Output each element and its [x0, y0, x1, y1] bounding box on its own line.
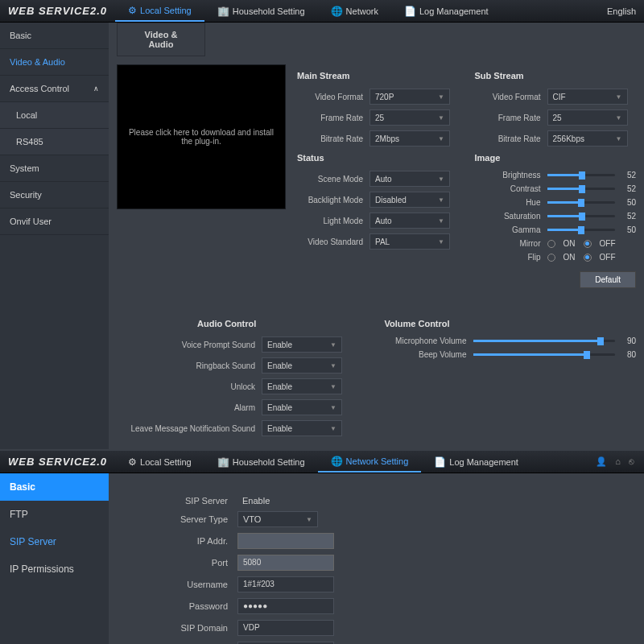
sidebar-item-rs485[interactable]: RS485	[0, 129, 109, 155]
sub-bitrate-select[interactable]: 256Kbps▼	[547, 130, 628, 147]
brightness-slider[interactable]	[547, 174, 616, 176]
flip-on-radio[interactable]	[547, 254, 555, 262]
nav-household-setting[interactable]: 🏢Household Setting	[204, 0, 318, 22]
video-preview[interactable]: Please click here to download and instal…	[117, 64, 286, 209]
sip-domain-label: SIP Domain	[141, 623, 237, 633]
mic-volume-slider[interactable]	[473, 340, 616, 342]
sidebar-item-access-control[interactable]: Access Control∧	[0, 76, 109, 102]
alarm-label: Alarm	[117, 403, 262, 412]
hue-slider[interactable]	[547, 201, 616, 204]
caret-down-icon: ▼	[616, 93, 622, 101]
nav2-local-setting[interactable]: ⚙Local Setting	[115, 451, 204, 473]
col-volume-control: Volume Control Microphone Volume90 Beep …	[385, 312, 637, 441]
sidebar2-ip-permissions[interactable]: IP Permissions	[0, 555, 109, 583]
nav-log-management[interactable]: 📄Log Management	[391, 0, 502, 22]
language-selector[interactable]: English	[599, 6, 644, 16]
nav2-network-setting[interactable]: 🌐Network Setting	[318, 451, 422, 473]
saturation-slider[interactable]	[547, 215, 616, 217]
voice-prompt-select[interactable]: Enable▼	[262, 336, 342, 353]
sidebar-item-onvif[interactable]: Onvif User	[0, 208, 109, 235]
main-video-format-select[interactable]: 720P▼	[369, 89, 450, 105]
logo: WEB SERVICE2.0	[0, 5, 115, 17]
ringback-label: Ringback Sound	[117, 361, 262, 370]
sidebar-2: Basic FTP SIP Server IP Permissions	[0, 473, 109, 644]
chevron-up-icon: ∧	[93, 85, 99, 93]
server-type-select[interactable]: VTO▼	[237, 511, 318, 527]
contrast-slider[interactable]	[547, 188, 616, 190]
caret-down-icon: ▼	[616, 114, 622, 122]
caret-down-icon: ▼	[438, 93, 444, 101]
sub-stream-title: Sub Stream	[475, 71, 637, 80]
content-1: Video & Audio Please click here to downl…	[109, 23, 644, 449]
sidebar-item-basic[interactable]: Basic	[0, 23, 109, 49]
ip-addr-input[interactable]	[237, 533, 334, 549]
building-icon: 🏢	[217, 456, 229, 468]
globe-icon: 🌐	[331, 456, 343, 467]
main-frame-rate-select[interactable]: 25▼	[369, 109, 450, 126]
nav2-log-management[interactable]: 📄Log Management	[421, 451, 531, 473]
sip-domain-input[interactable]: VDP	[237, 620, 334, 636]
image-title: Image	[475, 153, 637, 163]
audio-control-title: Audio Control	[197, 319, 369, 328]
document-icon: 📄	[434, 456, 446, 468]
col-main-stream: Main Stream Video Format720P▼ Frame Rate…	[297, 64, 459, 288]
sidebar-item-system[interactable]: System	[0, 155, 109, 182]
sidebar-item-video-audio[interactable]: Video & Audio	[0, 49, 109, 76]
sidebar-item-security[interactable]: Security	[0, 182, 109, 208]
sidebar2-sip-server[interactable]: SIP Server	[0, 528, 109, 555]
unlock-select[interactable]: Enable▼	[262, 378, 342, 394]
sidebar-item-local[interactable]: Local	[0, 102, 109, 129]
sub-frame-rate-select[interactable]: 25▼	[547, 109, 628, 126]
sidebar-1: Basic Video & Audio Access Control∧ Loca…	[0, 23, 109, 449]
sidebar2-ftp[interactable]: FTP	[0, 501, 109, 528]
main-bitrate-select[interactable]: 2Mbps▼	[369, 130, 450, 147]
sip-server-value: Enable	[237, 496, 270, 506]
caret-down-icon: ▼	[330, 383, 336, 390]
port-input[interactable]: 5080	[237, 555, 334, 571]
video-standard-select[interactable]: PAL▼	[369, 233, 450, 250]
user-icon[interactable]: 👤	[596, 456, 607, 467]
flip-off-radio[interactable]	[584, 254, 592, 262]
username-label: Username	[141, 580, 237, 589]
saturation-value: 52	[620, 212, 636, 221]
globe-icon: 🌐	[331, 6, 343, 17]
nav-household-label: Household Setting	[233, 6, 305, 16]
default-button[interactable]: Default	[580, 271, 636, 288]
caret-down-icon: ▼	[438, 238, 444, 246]
password-label: Password	[141, 601, 237, 611]
beep-volume-slider[interactable]	[473, 353, 616, 356]
logout-icon[interactable]: ⎋	[629, 456, 634, 467]
alarm-select[interactable]: Enable▼	[262, 399, 342, 415]
video-standard-label: Video Standard	[297, 237, 369, 246]
leave-msg-select[interactable]: Enable▼	[262, 420, 342, 436]
nav2-household-setting[interactable]: 🏢Household Setting	[204, 451, 318, 473]
home-icon[interactable]: ⌂	[615, 456, 621, 467]
light-label: Light Mode	[297, 217, 369, 225]
mic-volume-label: Microphone Volume	[385, 336, 473, 345]
gear-icon: ⚙	[128, 456, 137, 468]
content-2: SIP ServerEnable Server TypeVTO▼ IP Addr…	[109, 473, 644, 644]
backlight-select[interactable]: Disabled▼	[369, 192, 450, 208]
col-audio-control: Audio Control Voice Prompt SoundEnable▼ …	[117, 312, 369, 441]
nav-network[interactable]: 🌐Network	[318, 0, 391, 22]
password-input[interactable]: ●●●●●	[237, 598, 334, 614]
row-streams: Please click here to download and instal…	[109, 64, 636, 288]
caret-down-icon: ▼	[438, 114, 444, 122]
port-label: Port	[141, 558, 237, 568]
mirror-on-radio[interactable]	[547, 240, 555, 248]
nav-local-setting[interactable]: ⚙Local Setting	[115, 0, 204, 22]
bitrate-label: Bitrate Rate	[297, 134, 369, 143]
username-input[interactable]: 1#1#203	[237, 576, 334, 592]
brightness-label: Brightness	[475, 171, 547, 180]
gamma-slider[interactable]	[547, 229, 616, 231]
nav-network-label: Network	[346, 6, 378, 16]
mirror-off-radio[interactable]	[584, 240, 592, 248]
document-icon: 📄	[404, 6, 416, 17]
scene-mode-label: Scene Mode	[297, 175, 369, 184]
ringback-select[interactable]: Enable▼	[262, 357, 342, 374]
sidebar2-basic[interactable]: Basic	[0, 473, 109, 501]
sub-video-format-select[interactable]: CIF▼	[547, 89, 628, 105]
tab-video-audio[interactable]: Video & Audio	[117, 23, 205, 56]
scene-mode-select[interactable]: Auto▼	[369, 171, 450, 187]
light-select[interactable]: Auto▼	[369, 213, 450, 229]
